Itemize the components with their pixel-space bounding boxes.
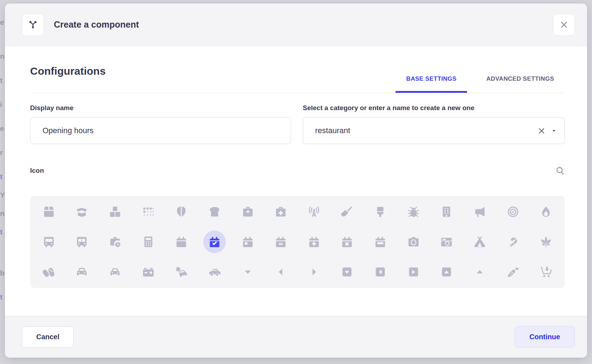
backdrop-text-fragment: e <box>0 18 5 26</box>
icon-cell-box-open[interactable] <box>66 197 99 227</box>
icon-cell-broom[interactable] <box>331 197 364 227</box>
icon-cell-bug[interactable] <box>397 197 430 227</box>
form-row: Display name Select a category or enter … <box>30 104 565 144</box>
icon-cell-calendar-day[interactable] <box>231 227 264 257</box>
icon-cell-calculator[interactable] <box>132 227 165 257</box>
display-name-input[interactable] <box>30 117 291 144</box>
bug-icon <box>407 205 420 218</box>
icon-cell-car[interactable] <box>66 257 99 287</box>
icon-cell-caret-square-up[interactable] <box>430 257 463 287</box>
backdrop-text-fragment: n <box>0 210 5 217</box>
backdrop-text-fragment: Y <box>0 191 5 199</box>
search-icon[interactable] <box>556 166 565 175</box>
icon-cell-caret-left[interactable] <box>264 257 297 287</box>
broadcast-tower-icon <box>308 205 320 218</box>
icon-cell-calendar-minus[interactable] <box>264 227 297 257</box>
icon-cell-car-alt[interactable] <box>98 257 132 287</box>
icon-grid <box>30 196 565 288</box>
calculator-icon <box>142 235 155 248</box>
modal-body: Configurations BASE SETTINGSADVANCED SET… <box>5 46 587 316</box>
close-button[interactable] <box>553 14 575 36</box>
bullhorn-icon <box>473 205 486 218</box>
icon-label: Icon <box>30 167 44 175</box>
calendar-check-icon <box>208 235 221 248</box>
backdrop-text-fragment: r <box>0 149 5 156</box>
calendar-minus-icon <box>274 235 287 248</box>
calendar-times-icon <box>341 235 353 248</box>
category-select[interactable]: restaurant <box>303 117 565 144</box>
icon-cell-bullseye[interactable] <box>496 197 530 227</box>
brain-icon <box>175 205 188 218</box>
icon-cell-briefcase-medical[interactable] <box>264 197 297 227</box>
cart-arrow-down-icon <box>540 266 552 278</box>
icon-cell-bullhorn[interactable] <box>463 197 496 227</box>
icon-cell-caret-right[interactable] <box>297 257 331 287</box>
tab-base-settings[interactable]: BASE SETTINGS <box>395 75 467 93</box>
icon-cell-capsules[interactable] <box>32 257 66 287</box>
clear-x-icon[interactable] <box>536 125 547 136</box>
cancel-button[interactable]: Cancel <box>22 326 74 348</box>
candy-cane-icon <box>507 235 519 248</box>
car-side-icon <box>208 266 221 278</box>
icon-cell-burn[interactable] <box>529 197 563 227</box>
briefcase-icon <box>241 205 254 218</box>
tab-advanced-settings[interactable]: ADVANCED SETTINGS <box>476 75 565 93</box>
icon-cell-camera-retro[interactable] <box>430 227 463 257</box>
icon-cell-caret-down[interactable] <box>231 257 264 287</box>
icon-cell-broadcast-tower[interactable] <box>297 197 331 227</box>
icon-cell-car-crash[interactable] <box>165 257 198 287</box>
icon-cell-calendar-check[interactable] <box>198 227 231 257</box>
camera-icon <box>407 235 420 248</box>
car-icon <box>75 266 88 278</box>
car-crash-icon <box>175 266 188 278</box>
display-name-field-group: Display name <box>30 104 291 144</box>
icon-cell-campground[interactable] <box>463 227 496 257</box>
icon-cell-caret-square-down[interactable] <box>331 257 364 287</box>
continue-button[interactable]: Continue <box>514 326 575 348</box>
calendar-plus-icon <box>308 235 320 248</box>
icon-cell-cart-arrow-down[interactable] <box>529 257 563 287</box>
icon-cell-calendar-week[interactable] <box>364 227 397 257</box>
icon-cell-boxes[interactable] <box>98 197 132 227</box>
caret-down-icon[interactable] <box>551 128 557 133</box>
icon-cell-brain[interactable] <box>165 197 198 227</box>
icon-cell-car-battery[interactable] <box>132 257 165 287</box>
modal-footer: Cancel Continue <box>5 316 587 358</box>
icon-cell-box[interactable] <box>32 197 66 227</box>
icon-cell-building[interactable] <box>430 197 463 227</box>
box-open-icon <box>75 205 88 218</box>
icon-cell-business-time[interactable] <box>98 227 132 257</box>
icon-cell-bread-slice[interactable] <box>198 197 231 227</box>
icon-cell-cannabis[interactable] <box>529 227 563 257</box>
icon-cell-calendar[interactable] <box>165 227 198 257</box>
caret-square-up-icon <box>440 266 453 278</box>
bullseye-icon <box>507 205 519 218</box>
section-head: Configurations BASE SETTINGSADVANCED SET… <box>30 65 565 93</box>
icon-cell-braille[interactable] <box>132 197 165 227</box>
icon-cell-caret-up[interactable] <box>463 257 496 287</box>
icon-cell-briefcase[interactable] <box>231 197 264 227</box>
backdrop-text-fragment: e <box>0 125 5 132</box>
icon-cell-brush[interactable] <box>364 197 397 227</box>
display-name-label: Display name <box>30 104 291 112</box>
icon-cell-carrot[interactable] <box>496 257 530 287</box>
caret-square-right-icon <box>407 266 420 278</box>
icon-cell-bus[interactable] <box>32 227 66 257</box>
icon-cell-candy-cane[interactable] <box>496 227 530 257</box>
icon-cell-calendar-plus[interactable] <box>297 227 331 257</box>
category-label: Select a category or enter a name to cre… <box>303 104 565 112</box>
capsules-icon <box>42 266 55 278</box>
caret-left-icon <box>274 266 287 278</box>
business-time-icon <box>109 235 121 248</box>
backdrop-text-fragment: t <box>0 293 5 301</box>
backdrop-text-fragment: b <box>0 269 5 277</box>
icon-cell-camera[interactable] <box>397 227 430 257</box>
page-background: { "colors": { "accent": "#3a3af0", "acce… <box>0 0 592 364</box>
icon-cell-caret-square-right[interactable] <box>397 257 430 287</box>
icon-cell-calendar-times[interactable] <box>331 227 364 257</box>
briefcase-medical-icon <box>274 205 287 218</box>
icon-cell-bus-alt[interactable] <box>66 227 99 257</box>
icon-cell-car-side[interactable] <box>198 257 231 287</box>
icon-cell-caret-square-left[interactable] <box>364 257 397 287</box>
calendar-week-icon <box>374 235 387 248</box>
